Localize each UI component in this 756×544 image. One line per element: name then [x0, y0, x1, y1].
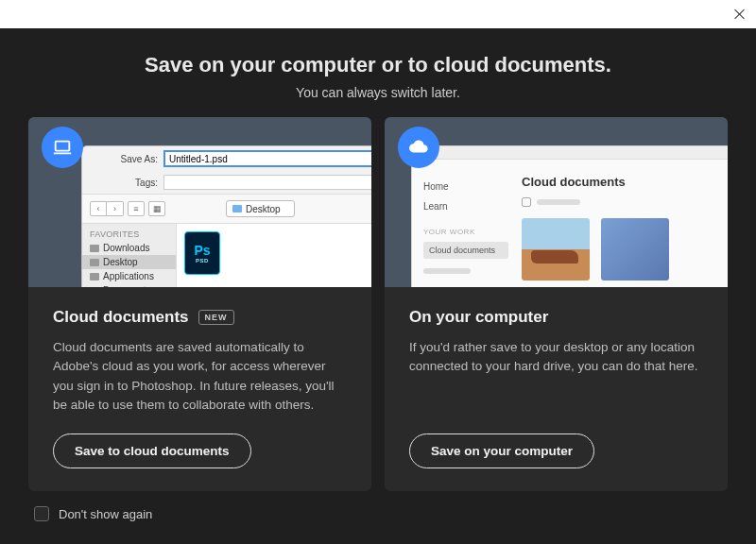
dialog-title: Save on your computer or to cloud docume…: [28, 53, 728, 77]
sidebar-item: Documents: [82, 283, 176, 287]
view-list-icon: ≡: [128, 201, 145, 216]
your-work-label: YOUR WORK: [423, 228, 505, 236]
sidebar-item: Desktop: [82, 255, 176, 269]
preview-cloud: Save As: Tags: ‹ › ≡ ▦: [28, 117, 371, 287]
save-computer-button[interactable]: Save on your computer: [409, 434, 594, 468]
preview-computer: Home Learn YOUR WORK Cloud documents Clo…: [385, 117, 728, 287]
location-label: Desktop: [246, 204, 281, 214]
doc-thumbnail: [522, 218, 590, 280]
card-computer: Home Learn YOUR WORK Cloud documents Clo…: [385, 117, 728, 491]
folder-icon: [232, 205, 242, 212]
laptop-icon: [52, 137, 73, 158]
card-title-computer: On your computer: [409, 308, 548, 327]
save-cloud-button[interactable]: Save to cloud documents: [53, 434, 251, 468]
window-titlebar: [0, 0, 756, 28]
finder-toolbar: ‹ › ≡ ▦ Desktop: [82, 194, 371, 224]
doc-thumbnail: [601, 218, 669, 280]
nav-learn: Learn: [423, 196, 505, 216]
card-cloud-documents: Save As: Tags: ‹ › ≡ ▦: [28, 117, 371, 491]
select-all-checkbox: [522, 197, 531, 207]
laptop-badge: [42, 127, 83, 168]
cloud-docs-pill: Cloud documents: [423, 242, 508, 259]
nav-home: Home: [423, 177, 505, 196]
tags-field: [163, 175, 371, 190]
tags-label: Tags:: [92, 178, 158, 188]
cloud-home-window: Home Learn YOUR WORK Cloud documents Clo…: [411, 145, 728, 287]
dialog-footer: Don't show again: [28, 506, 728, 521]
dialog-body: Save on your computer or to cloud docume…: [0, 28, 756, 544]
location-dropdown: Desktop: [226, 200, 295, 217]
new-badge: NEW: [198, 310, 234, 325]
save-as-label: Save As:: [92, 154, 158, 164]
psd-file-icon: Ps PSD: [184, 231, 220, 275]
finder-content: Ps PSD: [177, 224, 371, 287]
options-row: Save As: Tags: ‹ › ≡ ▦: [28, 117, 728, 491]
card-desc-computer: If you'd rather save to your desktop or …: [409, 338, 703, 377]
cloud-main-title: Cloud documents: [522, 175, 728, 189]
forward-icon: ›: [107, 201, 124, 216]
sidebar-item: Downloads: [82, 241, 176, 255]
placeholder-segment: [537, 199, 580, 205]
card-desc-cloud: Cloud documents are saved automatically …: [53, 338, 347, 415]
close-icon[interactable]: [733, 8, 747, 21]
dont-show-label: Don't show again: [59, 507, 152, 521]
favorites-header: Favorites: [82, 228, 176, 241]
sidebar-item: Applications: [82, 269, 176, 283]
cloud-icon: [408, 137, 429, 158]
dont-show-checkbox[interactable]: [34, 506, 49, 521]
placeholder-bar: [423, 268, 471, 274]
cloud-sidebar: Home Learn YOUR WORK Cloud documents: [412, 160, 516, 287]
dialog-subtitle: You can always switch later.: [28, 85, 728, 100]
finder-sidebar: Favorites Downloads Desktop Applications…: [82, 224, 177, 287]
view-grid-icon: ▦: [148, 201, 165, 216]
back-icon: ‹: [90, 201, 107, 216]
card-title-cloud: Cloud documents: [53, 308, 189, 327]
finder-save-dialog: Save As: Tags: ‹ › ≡ ▦: [81, 145, 371, 287]
svg-rect-0: [56, 142, 70, 151]
cloud-badge: [398, 127, 439, 168]
cloud-main: Cloud documents ▾ ▦: [516, 160, 728, 287]
filename-field: [163, 150, 371, 167]
